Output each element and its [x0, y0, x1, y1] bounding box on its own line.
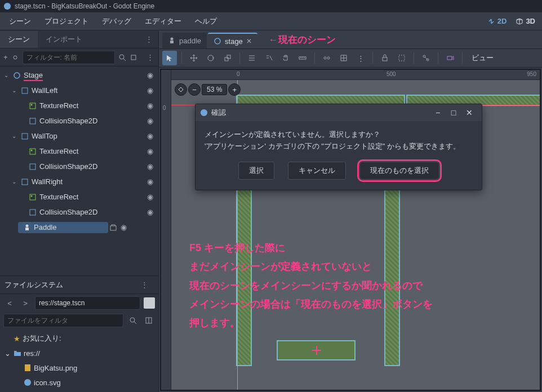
tree-node-texturerect[interactable]: TextureRect ◉: [0, 98, 158, 113]
override-camera-icon[interactable]: [443, 51, 457, 65]
dialog-cancel-button[interactable]: キャンセル: [288, 162, 346, 180]
tree-node-texturerect[interactable]: TextureRect ◉: [0, 144, 158, 159]
dialog-select-button[interactable]: 選択: [238, 162, 274, 180]
menu-editor[interactable]: エディター: [139, 14, 187, 29]
instance-scene-button[interactable]: [11, 51, 19, 64]
collisionshape2d-icon: [28, 162, 37, 171]
visibility-icon[interactable]: ◉: [145, 71, 155, 79]
visibility-icon[interactable]: ◉: [145, 162, 155, 171]
menu-scene[interactable]: シーン: [3, 14, 37, 29]
view-mode-button[interactable]: [144, 297, 155, 309]
rotate-tool-button[interactable]: [203, 51, 218, 65]
image-file-icon: [24, 364, 32, 372]
file-row[interactable]: BigKatsu.png: [0, 360, 158, 375]
tree-node-texturerect[interactable]: TextureRect ◉: [0, 189, 158, 204]
filesystem-path-input[interactable]: [35, 296, 140, 310]
snap-options-icon[interactable]: ⋮: [353, 51, 368, 65]
res-root-row[interactable]: ⌄ res://: [0, 346, 158, 360]
tree-node-collision[interactable]: CollisionShape2D ◉: [0, 159, 158, 174]
ruler-tool-button[interactable]: [295, 51, 310, 65]
lock-icon[interactable]: [377, 51, 392, 65]
visibility-icon[interactable]: ◉: [145, 177, 155, 186]
search-icon[interactable]: [118, 51, 126, 64]
scale-tool-button[interactable]: [220, 51, 235, 65]
menubar: シーン プロジェクト デバッグ エディター ヘルプ 2D 3D: [0, 12, 542, 30]
svg-point-28: [215, 38, 220, 44]
svg-point-7: [31, 104, 33, 105]
scene-tab-paddle[interactable]: paddle: [162, 33, 207, 48]
add-node-button[interactable]: +: [3, 51, 8, 64]
visibility-icon[interactable]: ◉: [145, 132, 155, 140]
characterbody2d-icon: [23, 223, 32, 232]
link-icon: [11, 54, 19, 61]
tree-node-collision[interactable]: CollisionShape2D ◉: [0, 204, 158, 220]
visibility-icon[interactable]: ◉: [145, 193, 155, 201]
godot-logo-icon: [200, 109, 208, 117]
open-scene-icon[interactable]: [108, 221, 118, 234]
maximize-button[interactable]: □: [446, 108, 461, 117]
list-select-button[interactable]: [245, 51, 259, 65]
tree-node-collision[interactable]: CollisionShape2D ◉: [0, 113, 158, 128]
file-row[interactable]: icon.svg: [0, 375, 158, 390]
tab-scene[interactable]: シーン: [0, 31, 38, 48]
star-icon: ★: [14, 335, 20, 343]
visibility-icon[interactable]: ◉: [118, 223, 128, 231]
visibility-icon[interactable]: ◉: [145, 101, 155, 110]
filesystem-filter-input[interactable]: [3, 314, 123, 327]
svg-line-2: [123, 59, 126, 61]
dialog-title: 確認: [211, 108, 226, 118]
filesystem-menu-icon[interactable]: ⋮: [135, 280, 154, 289]
tree-node-wallleft[interactable]: ⌄ WallLeft ◉: [0, 83, 158, 98]
tree-node-stage[interactable]: ⌄ Stage ◉: [0, 68, 158, 83]
zoom-level[interactable]: 53 %: [202, 84, 227, 95]
skeleton-icon[interactable]: [419, 51, 433, 65]
script-extend-button[interactable]: [130, 51, 137, 64]
close-button[interactable]: ✕: [461, 108, 477, 117]
mode-2d-button[interactable]: 2D: [484, 16, 510, 26]
grid-snap-button[interactable]: [336, 51, 351, 65]
svg-point-1: [119, 55, 124, 59]
visibility-icon[interactable]: ◉: [145, 117, 155, 125]
minimize-button[interactable]: −: [430, 108, 446, 117]
zoom-in-button[interactable]: +: [228, 83, 241, 96]
search-icon[interactable]: [127, 314, 139, 327]
tab-import[interactable]: インポート: [38, 31, 90, 48]
zoom-out-button[interactable]: −: [188, 83, 201, 96]
tree-node-wallright[interactable]: ⌄ WallRight ◉: [0, 174, 158, 189]
svg-rect-10: [30, 149, 35, 154]
zoom-reset-button[interactable]: [175, 83, 187, 96]
svg-rect-19: [110, 226, 116, 230]
scene-tabs: paddle stage ✕ ←現在のシーン: [159, 30, 542, 48]
ruler-vertical: 0: [161, 70, 171, 390]
scene-filter-input[interactable]: [23, 51, 115, 64]
mode-3d-button[interactable]: 3D: [512, 16, 539, 26]
view-menu-button[interactable]: ビュー: [467, 53, 498, 63]
left-dock: シーン インポート ⋮ + ⋮ ⌄ Stage ◉: [0, 30, 159, 392]
move-tool-button[interactable]: [186, 51, 201, 65]
group-icon[interactable]: [394, 51, 409, 65]
lock-select-button[interactable]: [261, 51, 276, 65]
dock-menu-icon[interactable]: ⋮: [140, 35, 158, 43]
svg-point-29: [208, 55, 214, 61]
pan-tool-button[interactable]: [278, 51, 293, 65]
select-tool-button[interactable]: [162, 51, 177, 65]
tree-node-walltop[interactable]: ⌄ WallTop ◉: [0, 128, 158, 144]
characterbody2d-icon: [168, 37, 176, 44]
close-tab-icon[interactable]: ✕: [246, 37, 252, 45]
dialog-select-current-button[interactable]: 現在のものを選択: [359, 162, 439, 180]
visibility-icon[interactable]: ◉: [145, 86, 155, 95]
snap-toggle-button[interactable]: [319, 51, 334, 65]
visibility-icon[interactable]: ◉: [145, 208, 155, 216]
tree-node-paddle[interactable]: Paddle ◉: [0, 220, 158, 235]
visibility-icon[interactable]: ◉: [145, 147, 155, 155]
scene-tab-stage[interactable]: stage ✕: [208, 33, 257, 48]
menu-project[interactable]: プロジェクト: [39, 14, 94, 29]
nav-back-button[interactable]: <: [3, 297, 16, 309]
nav-forward-button[interactable]: >: [19, 297, 32, 309]
svg-point-4: [14, 73, 20, 78]
menu-help[interactable]: ヘルプ: [189, 14, 223, 29]
menu-debug[interactable]: デバッグ: [96, 14, 137, 29]
favorites-row[interactable]: ★ お気に入り:: [0, 331, 158, 346]
split-view-icon[interactable]: [143, 314, 155, 327]
scene-dock-menu-icon[interactable]: ⋮: [141, 53, 159, 61]
